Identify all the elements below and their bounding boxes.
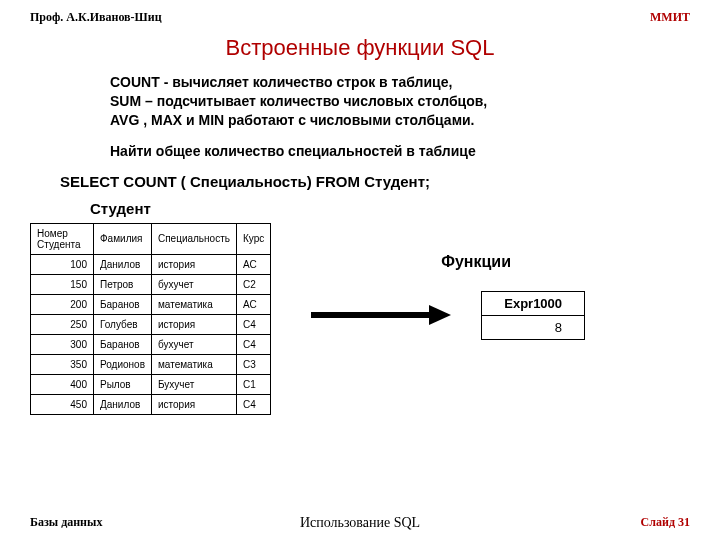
cell: математика <box>151 354 236 374</box>
cell: 200 <box>31 294 94 314</box>
cell: Бухучет <box>151 374 236 394</box>
cell: АС <box>236 294 270 314</box>
cell: Данилов <box>94 254 152 274</box>
cell: Голубев <box>94 314 152 334</box>
cell: С4 <box>236 334 270 354</box>
cell: 400 <box>31 374 94 394</box>
footer-left: Базы данных <box>30 515 102 530</box>
cell: С2 <box>236 274 270 294</box>
body-line: AVG , MAX и MIN работают с числовыми сто… <box>110 112 475 128</box>
table-caption: Студент <box>90 200 690 217</box>
col-header: Курс <box>236 223 270 254</box>
cell: С4 <box>236 394 270 414</box>
result-block: Функции Expr1000 8 <box>311 253 585 340</box>
result-table: Expr1000 8 <box>481 291 585 340</box>
cell: Данилов <box>94 394 152 414</box>
student-table: Номер Студента Фамилия Специальность Кур… <box>30 223 271 415</box>
cell: 150 <box>31 274 94 294</box>
table-header-row: Expr1000 <box>482 291 585 315</box>
slide-header: Проф. А.К.Иванов-Шиц ММИТ <box>30 10 690 25</box>
cell: С4 <box>236 314 270 334</box>
cell: математика <box>151 294 236 314</box>
cell: бухучет <box>151 274 236 294</box>
functions-label: Функции <box>441 253 585 271</box>
col-header: Номер Студента <box>31 223 94 254</box>
table-row: 250 Голубев история С4 <box>31 314 271 334</box>
col-header: Фамилия <box>94 223 152 254</box>
result-value: 8 <box>482 315 585 339</box>
slide-title: Встроенные функции SQL <box>30 35 690 61</box>
cell: Петров <box>94 274 152 294</box>
slide: Проф. А.К.Иванов-Шиц ММИТ Встроенные фун… <box>0 0 720 540</box>
arrow-row: Expr1000 8 <box>311 291 585 340</box>
table-row: 100 Данилов история АС <box>31 254 271 274</box>
cell: АС <box>236 254 270 274</box>
footer-center: Использование SQL <box>300 515 420 531</box>
cell: 300 <box>31 334 94 354</box>
org-label: ММИТ <box>650 10 690 25</box>
table-row: 450 Данилов история С4 <box>31 394 271 414</box>
sql-statement: SELECT COUNT ( Специальность) FROM Студе… <box>60 173 690 190</box>
cell: 450 <box>31 394 94 414</box>
table-row: 350 Родионов математика С3 <box>31 354 271 374</box>
body-line: COUNT - вычисляет количество строк в таб… <box>110 74 452 90</box>
body-task: Найти общее количество специальностей в … <box>110 142 630 161</box>
cell: Баранов <box>94 294 152 314</box>
cell: Родионов <box>94 354 152 374</box>
col-header: Специальность <box>151 223 236 254</box>
footer-right: Слайд 31 <box>641 515 690 530</box>
table-row: 300 Баранов бухучет С4 <box>31 334 271 354</box>
content-row: Номер Студента Фамилия Специальность Кур… <box>30 223 690 415</box>
body-text: COUNT - вычисляет количество строк в таб… <box>110 73 630 161</box>
table-header-row: Номер Студента Фамилия Специальность Кур… <box>31 223 271 254</box>
cell: Баранов <box>94 334 152 354</box>
cell: история <box>151 254 236 274</box>
cell: 100 <box>31 254 94 274</box>
table-row: 400 Рылов Бухучет С1 <box>31 374 271 394</box>
table-row: 200 Баранов математика АС <box>31 294 271 314</box>
cell: история <box>151 394 236 414</box>
slide-footer: Базы данных Использование SQL Слайд 31 <box>30 515 690 530</box>
body-line: SUM – подсчитывает количество числовых с… <box>110 93 487 109</box>
result-header: Expr1000 <box>482 291 585 315</box>
cell: Рылов <box>94 374 152 394</box>
table-row: 8 <box>482 315 585 339</box>
cell: С3 <box>236 354 270 374</box>
cell: бухучет <box>151 334 236 354</box>
arrow-icon <box>311 305 451 325</box>
cell: история <box>151 314 236 334</box>
table-row: 150 Петров бухучет С2 <box>31 274 271 294</box>
cell: 350 <box>31 354 94 374</box>
cell: С1 <box>236 374 270 394</box>
cell: 250 <box>31 314 94 334</box>
author-label: Проф. А.К.Иванов-Шиц <box>30 10 162 25</box>
